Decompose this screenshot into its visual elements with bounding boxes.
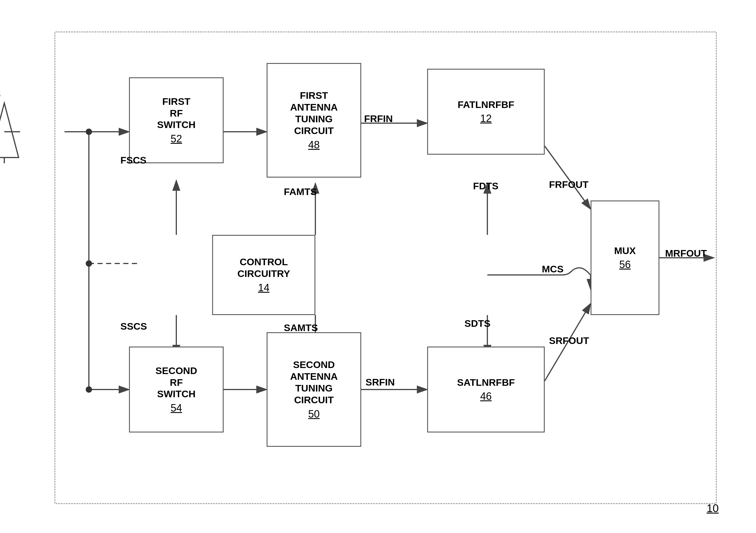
frfout-label: FRFOUT [549, 179, 589, 190]
control-circuitry-title: CONTROLCIRCUITRY [237, 256, 290, 280]
famts-label: FAMTS [284, 186, 317, 197]
first-antenna-tuning-title: FIRSTANTENNATUNINGCIRCUIT [290, 89, 338, 136]
mux-num: 56 [619, 259, 631, 271]
system-label: 10 [707, 502, 719, 515]
first-antenna-tuning-block: FIRSTANTENNATUNINGCIRCUIT 48 [267, 63, 361, 178]
mux-title: MUX [614, 245, 636, 257]
first-rf-switch-num: 52 [171, 133, 182, 145]
second-antenna-tuning-block: SECONDANTENNATUNINGCIRCUIT 50 [267, 332, 361, 447]
samts-label: SAMTS [284, 322, 318, 333]
second-rf-switch-title: SECONDRFSWITCH [155, 365, 197, 400]
mcs-label: MCS [542, 264, 564, 275]
second-antenna-tuning-title: SECONDANTENNATUNINGCIRCUIT [290, 359, 338, 406]
second-rf-switch-block: SECONDRFSWITCH 54 [129, 346, 224, 432]
srfout-label: SRFOUT [549, 335, 589, 346]
sscs-label: SSCS [121, 321, 147, 332]
antenna-label: 58 [0, 88, 1, 100]
first-rf-switch-block: FIRSTRFSWITCH 52 [129, 77, 224, 163]
satlnrfbf-block: SATLNRFBF 46 [427, 346, 545, 432]
fatlnrfbf-title: FATLNRFBF [458, 99, 514, 111]
junction-dot-top [86, 129, 92, 135]
fatlnrfbf-block: FATLNRFBF 12 [427, 69, 545, 155]
second-rf-switch-num: 54 [171, 402, 182, 414]
fscs-label: FSCS [121, 155, 147, 166]
junction-dot-middle [86, 260, 92, 266]
junction-dot-bottom [86, 386, 92, 393]
mrfout-label: MRFOUT [665, 248, 707, 259]
frfin-label: FRFIN [364, 113, 393, 124]
satlnrfbf-title: SATLNRFBF [457, 377, 515, 388]
sdts-label: SDTS [465, 318, 491, 329]
first-rf-switch-title: FIRSTRFSWITCH [157, 96, 196, 131]
svg-marker-0 [0, 103, 19, 158]
second-antenna-tuning-num: 50 [308, 408, 320, 420]
fdts-label: FDTS [473, 180, 499, 191]
first-antenna-tuning-num: 48 [308, 139, 320, 151]
diagram-container: 58 10 [17, 14, 740, 519]
control-circuitry-block: CONTROLCIRCUITRY 14 [212, 235, 315, 315]
mux-block: MUX 56 [591, 200, 660, 315]
fatlnrfbf-num: 12 [480, 113, 492, 125]
control-circuitry-num: 14 [258, 282, 269, 294]
antenna-symbol [0, 100, 20, 163]
srfin-label: SRFIN [365, 377, 395, 388]
satlnrfbf-num: 46 [480, 390, 492, 402]
